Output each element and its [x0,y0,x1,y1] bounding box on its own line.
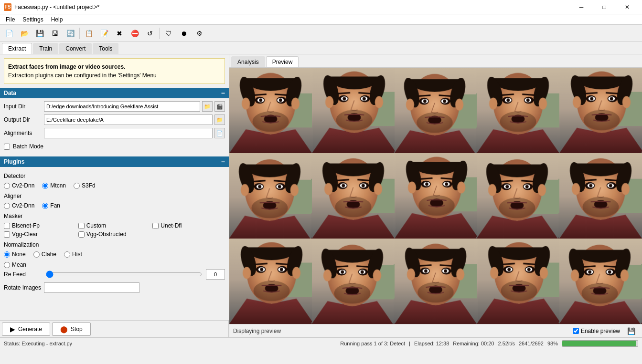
input-dir-browse-folder[interactable]: 📁 [202,101,213,112]
rotate-images-field[interactable] [44,282,139,293]
norm-clahe[interactable]: Clahe [33,251,56,258]
elapsed-label: Elapsed: 12:38 [414,341,449,346]
norm-none[interactable]: None [4,251,26,258]
enable-preview-check: Enable preview [573,328,620,334]
norm-mean-radio[interactable] [4,262,10,268]
masker-custom-checkbox[interactable] [78,223,85,229]
norm-clahe-radio[interactable] [33,251,40,258]
norm-mean[interactable]: Mean [4,261,26,268]
toolbar-separator-2 [159,28,160,39]
left-tab-bar: Extract Train Convert Tools [0,42,642,54]
aligner-fan-radio[interactable] [42,203,48,209]
toolbar-new[interactable]: 📄 [2,26,16,41]
progress-pct: 98% [547,341,558,346]
preview-cell [312,68,395,153]
tab-analysis[interactable]: Analysis [231,56,265,67]
norm-hist-radio[interactable] [64,251,70,258]
alignments-browse[interactable]: 📄 [214,128,225,138]
preview-grid [229,68,642,324]
detector-label: Detector [4,173,225,179]
input-dir-browse-file[interactable]: 🎬 [214,101,225,112]
menu-help[interactable]: Help [47,15,67,24]
aligner-cv2-dnn-radio[interactable] [4,203,10,209]
menu-file[interactable]: File [2,15,19,24]
left-panel: Extract faces from image or video source… [0,54,229,337]
toolbar-refresh[interactable]: ↺ [143,26,157,41]
detector-mtcnn[interactable]: Mtcnn [42,182,66,189]
title-bar-controls[interactable]: ─ □ ✕ [570,0,638,14]
toolbar-reload[interactable]: 🔄 [63,26,77,41]
preview-cell [477,239,559,324]
face-canvas [477,68,559,153]
speed-label: 2.52it/s [498,341,515,346]
refeed-label: Re Feed [4,271,42,278]
toolbar-clear[interactable]: ✖ [112,26,127,41]
menu-settings[interactable]: Settings [19,15,47,24]
preview-cell [395,239,477,324]
left-scroll-area[interactable]: Extract faces from image or video source… [0,54,229,320]
preview-cell [559,239,642,324]
progress-fraction: 2641/2692 [519,341,544,346]
masker-vgg-clear-checkbox[interactable] [4,231,10,238]
output-dir-browse[interactable]: 📁 [214,114,225,125]
refeed-slider[interactable] [46,270,202,279]
masker-vgg-obstructed-checkbox[interactable] [78,231,85,238]
preview-action-bar: Displaying preview Enable preview 💾 [229,324,642,337]
detector-cv2-dnn[interactable]: Cv2-Dnn [4,182,34,189]
toolbar-copy[interactable]: 📋 [82,26,96,41]
plugins-section-body: Detector Cv2-Dnn Mtcnn S3Fd Align [0,167,229,299]
save-preview-button[interactable]: 💾 [624,324,638,338]
detector-mtcnn-radio[interactable] [42,183,48,189]
stop-button[interactable]: ⬤ Stop [52,322,91,336]
minimize-button[interactable]: ─ [570,0,592,14]
aligner-label: Aligner [4,193,225,199]
tab-extract[interactable]: Extract [2,43,32,54]
batch-mode-checkbox[interactable] [4,144,10,150]
norm-none-radio[interactable] [4,251,10,258]
right-panel: Analysis Preview Displaying preview Enab… [229,54,642,337]
toolbar-open[interactable]: 📂 [17,26,32,41]
info-title: Extract faces from image or video source… [8,63,125,70]
plugins-collapse-btn[interactable]: − [221,158,225,166]
alignments-field[interactable] [44,128,213,138]
output-dir-field[interactable] [44,114,213,125]
detector-s3fd-radio[interactable] [74,183,80,189]
toolbar-save-as[interactable]: 🖫 [48,26,62,41]
refeed-value: 0 [206,269,225,280]
window-title: Faceswap.py - <untitled project>* [14,4,99,10]
tab-preview[interactable]: Preview [266,56,299,67]
preview-cell [559,153,642,239]
tab-convert[interactable]: Convert [59,43,92,54]
toolbar-record[interactable]: ⏺ [177,26,191,41]
aligner-cv2-dnn[interactable]: Cv2-Dnn [4,202,34,209]
toolbar-settings2[interactable]: ⚙ [192,26,206,41]
enable-preview-checkbox[interactable] [573,328,579,334]
masker-bisenet-checkbox[interactable] [4,223,10,229]
data-section-header: Data − [0,88,229,98]
tab-tools[interactable]: Tools [93,43,118,54]
toolbar-save-log[interactable]: 📝 [97,26,111,41]
detector-s3fd[interactable]: S3Fd [74,182,96,189]
toolbar-save[interactable]: 💾 [32,26,47,41]
maximize-button[interactable]: □ [593,0,615,14]
alignments-label: Alignments [4,130,42,136]
toolbar-stop[interactable]: ⛔ [128,26,142,41]
enable-preview-label[interactable]: Enable preview [581,328,620,334]
face-canvas [477,239,559,324]
masker-unet-checkbox[interactable] [152,223,159,229]
data-collapse-btn[interactable]: − [221,89,225,97]
toolbar-shield[interactable]: 🛡 [161,26,176,41]
close-button[interactable]: ✕ [616,0,638,14]
title-bar-left: FS Faceswap.py - <untitled project>* [4,3,99,11]
face-canvas [229,239,312,324]
preview-cell [477,68,559,153]
batch-mode-label[interactable]: Batch Mode [13,143,43,150]
progress-bar-fill [562,341,636,346]
norm-hist[interactable]: Hist [64,251,82,258]
input-dir-field[interactable] [44,101,200,112]
data-section-title: Data [4,90,16,96]
generate-button[interactable]: ▶ Generate [2,322,50,336]
aligner-fan[interactable]: Fan [42,202,60,209]
detector-cv2-dnn-radio[interactable] [4,183,10,189]
tab-train[interactable]: Train [33,43,58,54]
